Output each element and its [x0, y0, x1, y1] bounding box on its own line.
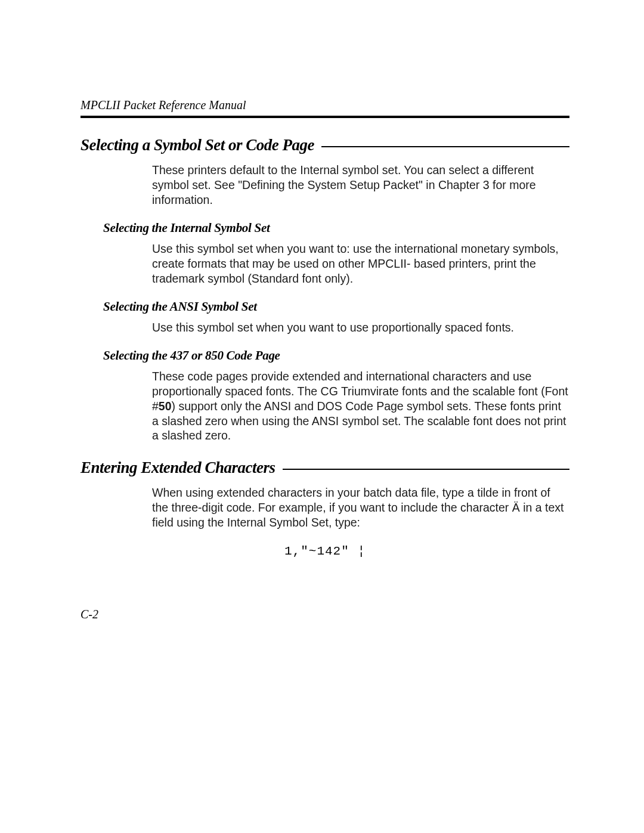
body-ansi: Use this symbol set when you want to use…: [152, 320, 569, 335]
header-rule: [80, 116, 569, 118]
subhead-internal: Selecting the Internal Symbol Set: [103, 221, 569, 236]
section-heading-2: Entering Extended Characters: [80, 459, 569, 477]
body-codepage-bold: 50: [159, 400, 172, 413]
code-example: 1,"~142" ¦: [80, 544, 569, 558]
body-codepage: These code pages provide extended and in…: [152, 369, 569, 444]
section-heading-1: Selecting a Symbol Set or Code Page: [80, 136, 569, 154]
body-internal: Use this symbol set when you want to: us…: [152, 241, 569, 286]
page-container: MPCLII Packet Reference Manual Selecting…: [0, 0, 644, 558]
section1-intro: These printers default to the Internal s…: [152, 163, 569, 208]
section-heading-1-rule: [321, 146, 569, 147]
section-heading-1-text: Selecting a Symbol Set or Code Page: [80, 136, 314, 154]
section-heading-2-rule: [283, 469, 569, 470]
subhead-codepage: Selecting the 437 or 850 Code Page: [103, 348, 569, 363]
body-extended: When using extended characters in your b…: [152, 485, 569, 530]
running-head: MPCLII Packet Reference Manual: [80, 98, 569, 112]
page-number: C-2: [80, 608, 98, 621]
subhead-ansi: Selecting the ANSI Symbol Set: [103, 299, 569, 314]
body-codepage-post: ) support only the ANSI and DOS Code Pag…: [152, 400, 566, 442]
section-heading-2-text: Entering Extended Characters: [80, 459, 275, 477]
